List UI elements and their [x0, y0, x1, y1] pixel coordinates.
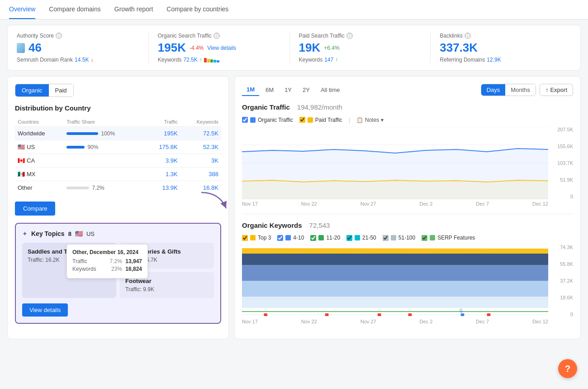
organic-traffic-info-icon[interactable]: ⓘ [213, 33, 220, 39]
key-topics-flag: 🇺🇸 [75, 230, 83, 237]
legend-51-100[interactable]: 51-100 [383, 235, 415, 241]
svg-marker-12 [242, 248, 548, 254]
distribution-table: Countries Traffic Share Traffic Keywords… [15, 117, 221, 194]
traffic-share-mx [64, 168, 144, 181]
time-6m[interactable]: 6M [261, 84, 278, 96]
legend-4-10[interactable]: 4-10 [277, 235, 304, 241]
backlinks-info-icon[interactable]: ⓘ [465, 33, 471, 39]
nav-compare-domains[interactable]: Compare domains [49, 0, 100, 19]
legend-4-10-checkbox[interactable] [277, 235, 283, 241]
export-icon: ↑ [545, 86, 549, 93]
organic-traffic-change: -4.4% [190, 45, 204, 51]
organic-keywords-svg: G [242, 245, 548, 317]
traffic-share-us: 90% [64, 140, 144, 154]
paid-keywords-link[interactable]: 147 [324, 57, 333, 63]
organic-traffic-chart-subtitle: 194,982/month [297, 103, 342, 111]
legend-organic-checkbox[interactable] [242, 117, 248, 123]
authority-score-icon [17, 43, 25, 53]
svg-rect-21 [408, 313, 412, 316]
organic-traffic-value: 195K [158, 41, 186, 55]
table-row: 🇨🇦CA 3.9K 3K [15, 154, 221, 168]
key-topics-count: 8 [68, 231, 71, 237]
paid-traffic-change: +6.4% [324, 45, 339, 51]
legend-top3[interactable]: Top 3 [242, 235, 271, 241]
traffic-other[interactable]: 13.9K [144, 181, 180, 195]
traffic-mx[interactable]: 1.3K [144, 168, 180, 181]
paid-traffic-info-icon[interactable]: ⓘ [346, 33, 353, 39]
time-1y[interactable]: 1Y [280, 84, 296, 96]
time-1m[interactable]: 1M [242, 84, 259, 96]
time-all[interactable]: All time [316, 84, 345, 96]
backlinks-value: 337.3K [440, 41, 478, 54]
flag-us: 🇺🇸 [18, 144, 25, 150]
time-2y[interactable]: 2Y [298, 84, 314, 96]
toggle-days[interactable]: Days [481, 84, 506, 96]
legend-paid-checkbox[interactable] [299, 117, 305, 123]
toggle-months[interactable]: Months [505, 84, 536, 96]
arrow-annotation [197, 188, 233, 216]
svg-marker-13 [242, 254, 548, 265]
referring-domains-link[interactable]: 12.9K [487, 57, 501, 63]
keywords-worldwide[interactable]: 72.5K [180, 127, 221, 140]
legend-51-100-dot [391, 235, 396, 240]
country-worldwide: Worldwide [15, 127, 64, 140]
nav-growth-report[interactable]: Growth report [114, 0, 153, 19]
legend-top3-label: Top 3 [258, 235, 271, 241]
tab-organic[interactable]: Organic [15, 84, 49, 96]
tab-paid[interactable]: Paid [49, 84, 73, 96]
keywords-ca[interactable]: 3K [180, 154, 221, 168]
nav-compare-countries[interactable]: Compare by countries [166, 0, 228, 19]
metric-organic-traffic: Organic Search Traffic ⓘ 195K -4.4% View… [149, 33, 290, 63]
legend-paid-dot [308, 117, 313, 123]
traffic-us[interactable]: 175.8K [144, 140, 180, 154]
svg-rect-22 [461, 313, 465, 316]
metrics-bar: Authority Score ⓘ 46 Semrush Domain Rank… [7, 25, 581, 71]
legend-21-50[interactable]: 21-50 [346, 235, 376, 241]
keywords-mx[interactable]: 388 [180, 168, 221, 181]
traffic-share-worldwide: 100% [64, 127, 144, 140]
day-month-toggle: Days Months [481, 84, 536, 96]
legend-4-10-label: 4-10 [293, 235, 304, 241]
domain-rank-link[interactable]: 14.5K [75, 57, 89, 63]
legend-top3-checkbox[interactable] [242, 235, 248, 241]
paid-traffic-sub: Keywords 147 ↑ [299, 57, 422, 63]
legend-organic-label: Organic Traffic [258, 117, 293, 123]
legend-51-100-checkbox[interactable] [383, 235, 389, 241]
authority-score-label: Authority Score ⓘ [17, 33, 139, 39]
notes-button[interactable]: 📋 Notes ▾ [356, 117, 384, 123]
chart-divider [242, 214, 573, 214]
sparkle-icon: ✦ [22, 230, 28, 237]
traffic-ca[interactable]: 3.9K [144, 154, 180, 168]
kt-footwear-title: Footwear [125, 278, 209, 284]
legend-paid-traffic[interactable]: Paid Traffic [299, 117, 342, 123]
organic-keywords-link[interactable]: 72.5K [183, 57, 197, 63]
notes-icon: 📋 [356, 117, 363, 123]
metric-backlinks: Backlinks ⓘ 337.3K Referring Domains 12.… [431, 33, 571, 63]
compare-button[interactable]: Compare [15, 202, 55, 216]
nav-overview[interactable]: Overview [9, 0, 35, 19]
legend-21-50-checkbox[interactable] [346, 235, 352, 241]
keywords-us[interactable]: 52.3K [180, 140, 221, 154]
table-row: 🇺🇸US 90% 175.8K 52.3K [15, 140, 221, 154]
legend-serp-checkbox[interactable] [422, 235, 427, 241]
distribution-title: Distribution by Country [15, 104, 221, 112]
traffic-bar-other [66, 187, 89, 189]
export-button[interactable]: ↑ Export [540, 84, 573, 96]
legend-organic-traffic[interactable]: Organic Traffic [242, 117, 293, 123]
table-row: Other 7.2% 13.9K 16.8K [15, 181, 221, 195]
key-topics-header: ✦ Key Topics 8 🇺🇸 US [22, 230, 214, 237]
key-topics-region: US [86, 231, 95, 237]
legend-11-20[interactable]: 11-20 [310, 235, 340, 241]
view-details-button[interactable]: View details [22, 303, 68, 317]
tooltip-title: Other, December 16, 2024 [72, 249, 142, 255]
backlinks-sub: Referring Domains 12.9K [440, 57, 562, 63]
legend-11-20-checkbox[interactable] [310, 235, 316, 241]
authority-score-info-icon[interactable]: ⓘ [56, 33, 62, 39]
traffic-worldwide[interactable]: 195K [144, 127, 180, 140]
organic-traffic-view-details[interactable]: View details [207, 45, 236, 51]
table-row: Worldwide 100% 195K 72.5K [15, 127, 221, 140]
legend-serp-dot [430, 235, 435, 240]
legend-serp[interactable]: SERP Features [422, 235, 475, 241]
legend-serp-label: SERP Features [437, 235, 475, 241]
authority-score-sub: Semrush Domain Rank 14.5K ↓ [17, 57, 139, 63]
